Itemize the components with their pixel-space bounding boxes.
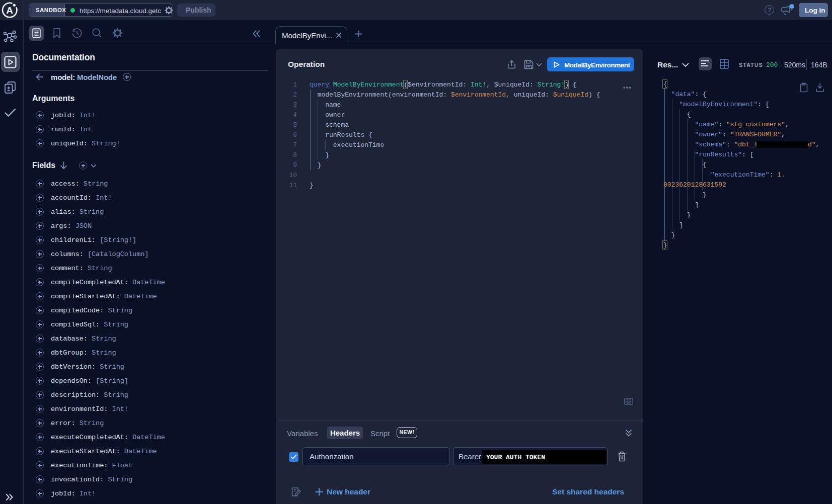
svg-text:A: A <box>6 5 13 16</box>
